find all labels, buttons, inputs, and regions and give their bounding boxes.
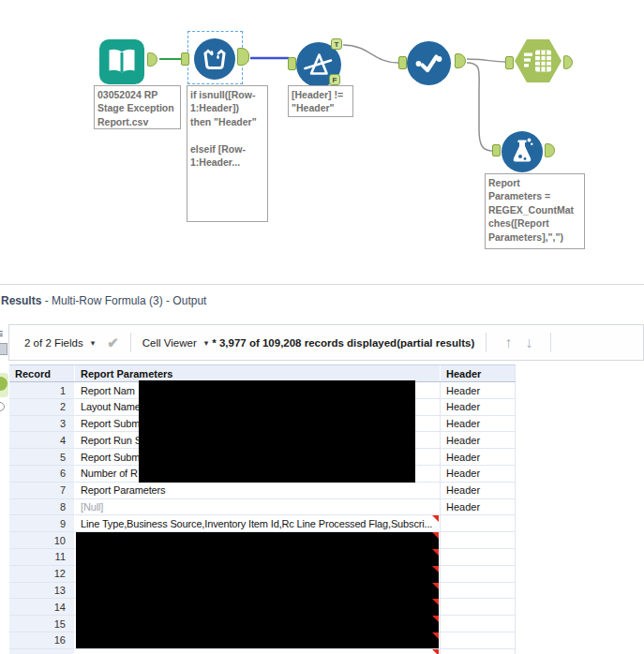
truncation-marker-icon: [432, 583, 439, 589]
table-row[interactable]: 7Report ParametersHeader: [9, 483, 516, 499]
report-parameters-cell[interactable]: Report Parameters: [75, 483, 441, 499]
record-count-label: * 3,977 of 109,208 records displayed(par…: [212, 337, 474, 349]
alteryx-window: 03052024 RP Stage Exception Report.csv i…: [0, 0, 644, 654]
header-cell[interactable]: [441, 632, 516, 649]
input-data-icon: [99, 39, 144, 84]
table-row[interactable]: [9, 649, 516, 654]
header-cell[interactable]: Header: [441, 416, 516, 433]
header-cell[interactable]: Header: [441, 466, 516, 483]
results-table: Record Report Parameters Header 1Report …: [9, 364, 516, 654]
truncation-marker-icon: [432, 549, 439, 556]
input-data-tool[interactable]: [99, 39, 144, 84]
multi-row-formula-tool[interactable]: [194, 38, 235, 80]
filter-tool-annotation[interactable]: [Header] != "Header": [288, 85, 353, 117]
formula-tool[interactable]: [502, 131, 543, 172]
header-cell[interactable]: Header: [441, 399, 516, 416]
truncation-marker-icon: [432, 515, 439, 522]
header-cell[interactable]: Header: [441, 449, 516, 466]
truncation-marker-icon: [432, 616, 439, 622]
scroll-up-icon[interactable]: ↑: [504, 334, 512, 351]
header-cell[interactable]: [441, 549, 516, 566]
report-parameters-cell[interactable]: [75, 649, 441, 654]
formula-icon: [502, 131, 543, 172]
header-cell[interactable]: Header: [441, 499, 516, 516]
select-input-anchor[interactable]: [398, 56, 407, 69]
formula-tool-annotation[interactable]: Report Parameters = REGEX_CountMat ches(…: [485, 173, 585, 249]
header-cell[interactable]: Header: [441, 382, 516, 399]
table-row[interactable]: 8[Null]Header: [9, 499, 516, 516]
results-tool-context: - Multi-Row Formula (3) - Output: [41, 294, 206, 307]
multirow-output-anchor[interactable]: [237, 48, 249, 66]
record-cell[interactable]: 6: [9, 466, 75, 483]
record-cell[interactable]: 8: [9, 499, 75, 516]
select-icon: [407, 41, 451, 85]
column-header-record[interactable]: Record: [9, 365, 75, 381]
header-cell[interactable]: [441, 616, 516, 632]
menu-icon[interactable]: ≡: [0, 326, 3, 341]
header-cell[interactable]: [441, 583, 516, 600]
header-cell[interactable]: [441, 566, 516, 583]
header-cell[interactable]: [441, 532, 516, 549]
header-cell[interactable]: [441, 515, 516, 532]
toolbar-divider: [550, 333, 551, 352]
record-cell[interactable]: 12: [9, 566, 75, 583]
record-cell[interactable]: 2: [9, 399, 75, 416]
column-header-header[interactable]: Header: [441, 365, 516, 381]
record-cell[interactable]: 1: [9, 382, 75, 399]
truncation-marker-icon: [432, 532, 439, 539]
filter-false-anchor[interactable]: F: [329, 74, 340, 85]
header-cell[interactable]: Header: [441, 483, 516, 499]
record-cell[interactable]: 13: [9, 583, 75, 600]
redaction-box: [139, 380, 415, 483]
multi-row-formula-icon: [194, 38, 235, 80]
record-cell[interactable]: 11: [9, 549, 75, 566]
results-toolbar: 2 of 2 Fields ▾ ✔ Cell Viewer ▾ * 3,977 …: [8, 324, 644, 361]
record-cell[interactable]: 16: [9, 632, 75, 649]
select-tool[interactable]: [407, 41, 451, 85]
header-cell[interactable]: [441, 599, 516, 616]
report-parameters-cell[interactable]: [Null]: [75, 499, 441, 516]
truncation-marker-icon: [432, 649, 439, 654]
report-parameters-cell[interactable]: Line Type,Business Source,Inventory Item…: [75, 515, 441, 532]
record-cell[interactable]: 15: [9, 616, 75, 632]
table-row[interactable]: 9Line Type,Business Source,Inventory Ite…: [9, 515, 516, 532]
record-cell[interactable]: 4: [9, 432, 75, 449]
multirow-input-anchor[interactable]: [181, 52, 189, 66]
record-cell[interactable]: 5: [9, 449, 75, 466]
input-tool-annotation[interactable]: 03052024 RP Stage Exception Report.csv: [94, 85, 181, 129]
column-header-report-parameters[interactable]: Report Parameters: [75, 365, 441, 381]
record-cell[interactable]: [9, 649, 75, 654]
cell-viewer-caret-icon[interactable]: ▾: [204, 338, 209, 348]
fields-caret-icon[interactable]: ▾: [91, 338, 96, 348]
workflow-canvas[interactable]: 03052024 RP Stage Exception Report.csv i…: [0, 0, 644, 284]
truncation-marker-icon: [432, 566, 439, 572]
pane-toggle-icon[interactable]: [0, 343, 7, 355]
record-cell[interactable]: 9: [9, 515, 75, 532]
toolbar-divider: [130, 333, 131, 352]
fields-selector[interactable]: 2 of 2 Fields: [24, 337, 83, 349]
record-cell[interactable]: 3: [9, 416, 75, 433]
formula-input-anchor[interactable]: [492, 144, 501, 156]
text-to-columns-icon: [515, 39, 562, 82]
scroll-down-icon[interactable]: ↓: [525, 334, 532, 351]
text-to-columns-tool[interactable]: [515, 39, 562, 82]
record-cell[interactable]: 10: [9, 532, 75, 549]
wire-filter-to-select[interactable]: [343, 45, 398, 63]
texttocolumns-input-anchor[interactable]: [505, 56, 514, 69]
record-cell[interactable]: 14: [9, 599, 75, 616]
cell-viewer-selector[interactable]: Cell Viewer: [142, 337, 197, 349]
redaction-box: [76, 532, 439, 648]
panel-divider: [0, 284, 644, 285]
history-icon[interactable]: [0, 402, 5, 411]
header-cell[interactable]: [441, 649, 516, 654]
apply-check-icon[interactable]: ✔: [107, 334, 119, 351]
truncation-marker-icon: [432, 632, 439, 639]
results-panel-title: Results - Multi-Row Formula (3) - Output: [1, 294, 206, 307]
record-cell[interactable]: 7: [9, 483, 75, 499]
filter-true-anchor[interactable]: T: [331, 38, 342, 50]
wire-select-to-formula[interactable]: [467, 63, 493, 151]
filter-input-anchor[interactable]: [288, 57, 296, 70]
header-cell[interactable]: Header: [441, 432, 516, 449]
wire-select-to-texttocolumns[interactable]: [467, 59, 506, 62]
multirow-tool-annotation[interactable]: if isnull([Row- 1:Header]) then "Header"…: [187, 85, 268, 222]
